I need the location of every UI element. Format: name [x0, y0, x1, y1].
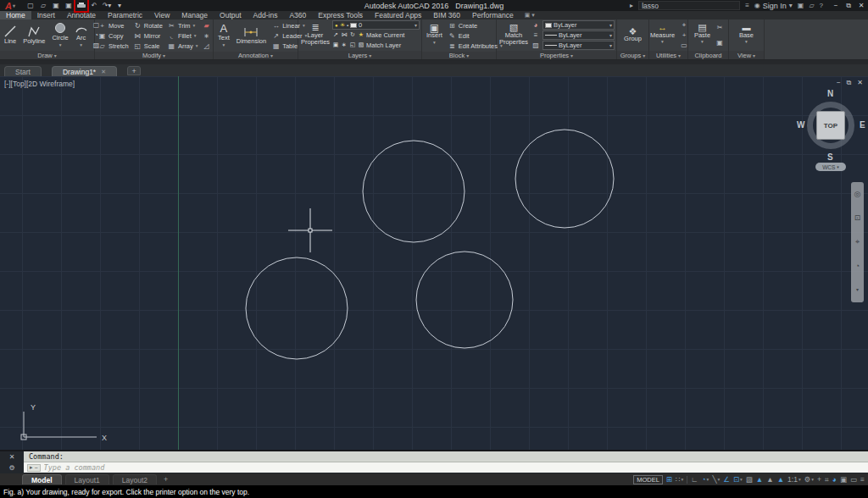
tab-home[interactable]: Home	[0, 11, 31, 19]
lock-ui-button[interactable]: ▣	[840, 475, 847, 484]
viewport-label[interactable]: [-][Top][2D Wireframe]	[4, 80, 75, 88]
open-file-button[interactable]: ▱	[38, 1, 48, 10]
infocenter-search[interactable]	[638, 1, 740, 10]
file-tab-drawing1[interactable]: Drawing1* ✕	[52, 66, 117, 76]
tab-bim360[interactable]: BIM 360	[427, 11, 466, 19]
text-button[interactable]: A Text ▾	[215, 20, 232, 51]
match-properties-button[interactable]: ▧ Match Properties	[498, 20, 529, 50]
help-icon[interactable]: ?	[820, 2, 823, 9]
make-current-button[interactable]: Make Current	[366, 31, 404, 39]
layout-tab-layout2[interactable]: Layout2	[113, 474, 157, 484]
tab-parametric[interactable]: Parametric	[102, 11, 148, 19]
wcs-dropdown[interactable]: WCS ▾	[815, 163, 846, 171]
annotation-monitor-button[interactable]: +	[817, 475, 821, 484]
object-snap-tracking-toggle[interactable]: ∠	[723, 475, 730, 484]
layer-tool-icon[interactable]: ∗	[341, 42, 348, 48]
new-layout-button[interactable]: +	[160, 475, 171, 484]
cut-button[interactable]: ✂	[715, 23, 725, 32]
layer-tool-icon[interactable]: ◱	[349, 42, 356, 48]
panel-label-clipboard[interactable]: Clipboard	[688, 51, 728, 59]
new-drawing-button[interactable]: +	[127, 66, 141, 75]
paste-button[interactable]: ▤ Paste ▾	[692, 20, 713, 50]
panel-label-layers[interactable]: Layers▾	[298, 51, 421, 59]
pan-icon[interactable]: ⊡	[854, 214, 861, 222]
edit-block-button[interactable]: ✎Edit	[447, 30, 504, 41]
tab-annotate[interactable]: Annotate	[61, 11, 102, 19]
command-input-row[interactable]: ▸ −	[24, 462, 868, 473]
tab-addins[interactable]: Add-ins	[248, 11, 284, 19]
annotation-visibility-toggle[interactable]: ▲	[756, 475, 763, 484]
clean-screen-button[interactable]: ▭	[850, 475, 857, 484]
object-snap-toggle[interactable]: ⊡▾	[733, 475, 743, 484]
dimension-button[interactable]: Dimension	[234, 20, 269, 51]
orbit-icon[interactable]: ◔	[855, 263, 860, 270]
fillet-button[interactable]: ◟Fillet▾	[166, 30, 200, 41]
ortho-toggle[interactable]: ∟	[691, 475, 698, 484]
tab-output[interactable]: Output	[214, 11, 248, 19]
offset-button[interactable]: ◿	[202, 42, 212, 51]
layer-dropdown[interactable]: ● ☀ ▪ 0 ▾	[332, 20, 420, 30]
group-button[interactable]: ❖ Group	[621, 20, 644, 50]
viewcube[interactable]: N S W E TOP WCS ▾	[793, 88, 868, 173]
transparency-button[interactable]: ▨	[531, 41, 541, 50]
customize-command-icon[interactable]: ⚙	[8, 464, 14, 472]
viewcube-south[interactable]: S	[827, 152, 833, 162]
grid-display-toggle[interactable]: ⊞	[666, 475, 672, 484]
base-button[interactable]: ▬ Base ▾	[737, 20, 756, 50]
close-button[interactable]: ✕	[857, 2, 865, 10]
drawn-circle-3[interactable]	[246, 257, 348, 359]
layer-tool-icon[interactable]: ▣	[332, 42, 339, 48]
snap-mode-toggle[interactable]: ∷▾	[676, 475, 683, 484]
insert-button[interactable]: ▣ Insert ▾	[424, 20, 445, 51]
arc-button[interactable]: Arc ▾	[73, 20, 90, 50]
explode-button[interactable]: ∗	[202, 31, 212, 41]
match-layer-button[interactable]: Match Layer	[366, 42, 401, 49]
search-input[interactable]	[642, 2, 737, 10]
color-wheel-button[interactable]: ◕	[531, 20, 541, 30]
hardware-acceleration-button[interactable]: ◕	[832, 475, 837, 484]
list-button[interactable]: ≡	[531, 30, 541, 40]
viewport-restore-button[interactable]: ⧉	[847, 79, 852, 87]
search-arrow-icon[interactable]: ▸	[630, 2, 633, 9]
annotation-scale-icon-button[interactable]: ▲	[777, 475, 784, 484]
layer-tool-icon[interactable]: ↗	[332, 31, 339, 38]
command-input[interactable]	[44, 463, 868, 472]
navigation-bar[interactable]: ◎ ⊡ ⌖ ◔ ▾	[851, 182, 864, 302]
edit-attributes-button[interactable]: ≣Edit Attributes▾	[447, 41, 504, 51]
copy-button[interactable]: ▣Copy	[97, 30, 131, 41]
viewcube-top-face[interactable]: TOP	[816, 111, 845, 140]
file-tab-start[interactable]: Start	[4, 66, 42, 76]
model-space-toggle[interactable]: MODEL	[633, 475, 663, 484]
navwheel-icon[interactable]: ◎	[854, 191, 861, 198]
minimize-button[interactable]: −	[832, 2, 840, 10]
tab-a360[interactable]: A360	[283, 11, 312, 19]
create-block-button[interactable]: ⊞Create	[447, 20, 504, 30]
command-suggest-chip[interactable]: ▸ −	[27, 464, 41, 472]
array-button[interactable]: ▦Array▾	[166, 41, 200, 51]
scale-button[interactable]: ◱Scale	[132, 41, 164, 51]
stretch-button[interactable]: ▱Stretch	[97, 41, 131, 51]
zoom-extents-icon[interactable]: ⌖	[855, 238, 860, 246]
layer-properties-button[interactable]: ≣ Layer Properties	[300, 20, 331, 50]
viewcube-west[interactable]: W	[797, 120, 804, 130]
viewcube-east[interactable]: E	[860, 120, 865, 130]
erase-button[interactable]: ▰	[202, 21, 212, 30]
tab-view[interactable]: View	[148, 11, 175, 19]
model-space-canvas[interactable]: [-][Top][2D Wireframe] − ⧉ ✕ N S W E TOP…	[0, 76, 868, 450]
drawn-circle-4[interactable]	[416, 252, 513, 348]
undo-button[interactable]: ↶	[89, 1, 99, 10]
autoscale-toggle[interactable]: ▲	[766, 475, 773, 484]
rotate-button[interactable]: ↻Rotate	[132, 20, 164, 30]
panel-label-properties[interactable]: Properties▾	[497, 51, 616, 59]
isodraft-toggle[interactable]: ╲▾	[712, 475, 720, 484]
tab-manage[interactable]: Manage	[175, 11, 214, 19]
annotation-scale-dropdown[interactable]: 1:1▾	[787, 475, 801, 484]
layout-tab-model[interactable]: Model	[22, 474, 62, 484]
panel-label-block[interactable]: Block▾	[422, 52, 496, 59]
qat-customize-button[interactable]: ▾	[114, 1, 125, 10]
panel-label-view[interactable]: View▾	[729, 51, 764, 59]
tab-featured-apps[interactable]: Featured Apps	[369, 11, 427, 19]
autocad-logo[interactable]: A▾	[0, 0, 20, 11]
viewport-close-button[interactable]: ✕	[857, 79, 863, 87]
layer-tool-icon[interactable]: ⋈	[341, 31, 348, 38]
